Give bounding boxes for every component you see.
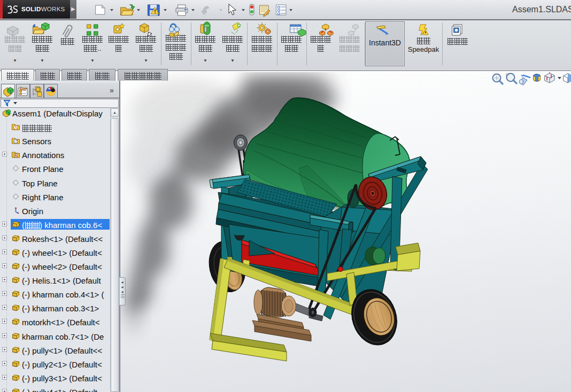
svg-text:A: A — [14, 153, 17, 157]
